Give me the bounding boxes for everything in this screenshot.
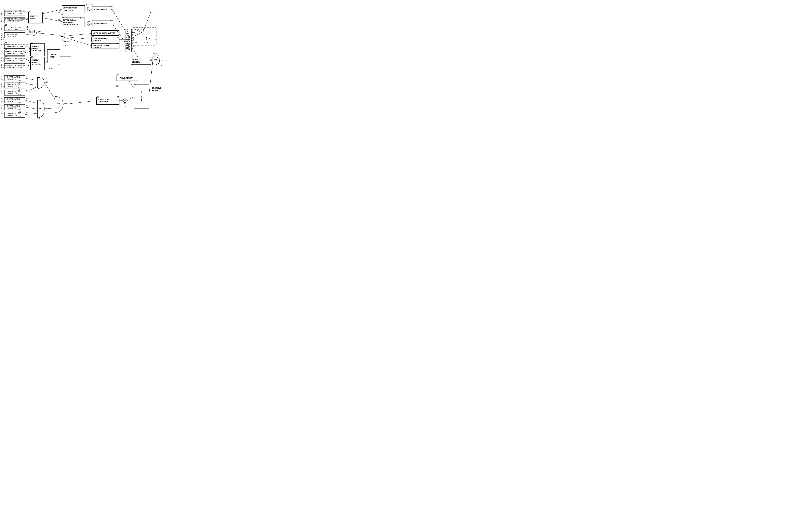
num-31: ↘31 [18, 108, 21, 110]
num-28: ↘28 [18, 94, 21, 95]
num-42: 42 [29, 11, 31, 13]
k1-label: K1 [117, 42, 119, 44]
corr-det-1-label2: DETECTOR [7, 78, 17, 80]
s6-corr-2: S₆→ [1, 86, 4, 87]
wire-ms19-comp20 [45, 60, 47, 63]
num-38: 38 [117, 74, 119, 76]
s5-label-2: S₅→ [1, 28, 4, 30]
wire-mv-moving [61, 33, 92, 36]
num-32: ↘32 [18, 116, 21, 118]
not-bubble-50 [142, 32, 143, 33]
k4-label: K4 [117, 96, 119, 98]
m2-label: M2 [26, 33, 28, 35]
comp-20-label: COMPAR- [49, 54, 57, 56]
wire-and29-and34 [45, 83, 55, 99]
label-43: 43 [60, 17, 61, 19]
wire-interp-mode [132, 47, 138, 57]
diff-abs-mid-label3: VALUE DETECTOR [63, 24, 79, 26]
num-22: 22 [92, 36, 94, 38]
pd-wire: Pd [58, 19, 60, 21]
diff-abs-6-label: DIFFERENTIAL ABSOLUTE [5, 64, 28, 66]
s3-label-2: S₃→ [1, 43, 4, 45]
s6-label-4: S₆→ [1, 57, 4, 59]
s0-corr-4: S₀→ [1, 100, 4, 102]
comb-counter [96, 97, 119, 104]
wire-and34-comb [63, 101, 96, 104]
and-33-label: AND [38, 107, 42, 109]
s1-corr-6: S₁→ [1, 115, 4, 117]
mult-46-sym: ⊗ [88, 23, 89, 24]
wire-mult-comp37 [127, 96, 134, 101]
min-sel-18-label: MINIMUM [32, 45, 39, 47]
num-15: 15 [5, 49, 7, 51]
comb-label: COMB POINT [97, 98, 109, 100]
forward-label: FORWARD POINT [93, 38, 108, 40]
and-39-label: AND [154, 59, 158, 61]
comp-42-label2: ATOR [30, 18, 35, 20]
diff-abs-det-2-label: DIFFERENTIAL ABSOLUTE [5, 18, 28, 20]
num-40: 40 [19, 9, 21, 11]
and-29-label: AND [38, 81, 42, 83]
num-25: 25 [132, 56, 134, 58]
comp-37-label: COMPARATOR [141, 91, 143, 103]
min-sel-19-label: MINIMUM [32, 59, 39, 61]
m12-wire: M12 [26, 112, 30, 114]
interp-label16: I [127, 40, 128, 42]
num-18: 18 [31, 42, 33, 44]
label-41: 41 [60, 14, 61, 16]
mv-label: Mv [38, 31, 40, 32]
num-26: M6 [18, 74, 20, 77]
jd1-label: JD1 [143, 42, 146, 44]
wire-corr5-and33 [25, 107, 37, 109]
forward-label2: COUNTER [93, 40, 102, 42]
s4-label-2: S₄→ [1, 26, 4, 28]
k6-label: K6 [80, 17, 82, 19]
corr-det-3-label2: DETECTOR [7, 93, 17, 95]
corr-det-6-label2: DETECTOR [7, 115, 17, 117]
upward-label2: COUNTER [64, 9, 73, 11]
num-24: 24 [126, 28, 128, 30]
flat-label: FLAT-PORTION [8, 26, 21, 28]
diff-abs-3-label2: VALUE DETECTOR [7, 45, 23, 48]
movement-label2: DETECTOR [7, 35, 17, 37]
num-21: 21 [92, 42, 94, 44]
k5-label: K5 [80, 5, 82, 7]
wire-ms18-comp20 [45, 50, 47, 53]
s4-label-4: S₄→ [1, 59, 4, 61]
num-45-top: 45 [91, 4, 93, 6]
wire-corr1-and29 [25, 78, 37, 80]
tv-l-label: TV : L [154, 54, 159, 56]
interp-label11: I [127, 30, 128, 32]
wire-40-42 [25, 13, 29, 15]
m6-wire: M6 [26, 75, 29, 77]
diff-abs-5-label: DIFFERENTIAL ABSOLUTE [5, 57, 28, 59]
comb-label2: COUNTER [99, 101, 108, 103]
comp-20-label2: ATOR [50, 56, 55, 58]
and-gate-29 [37, 78, 45, 88]
m8-wire: M8 [26, 90, 29, 92]
num-11b: 11 [29, 31, 31, 33]
backward-label2: COUNTER [93, 46, 102, 48]
s5-label-3: S₅→ [1, 36, 4, 38]
s3-label: S₃ [1, 32, 3, 34]
m14-label: M14 [63, 103, 67, 105]
num-10: 10 [5, 24, 7, 26]
min-sel-18-label3: SELECTOR [32, 50, 41, 52]
corr-det-4-label2: DETECTOR [7, 100, 17, 102]
min-sel-19-label3: SELECTOR [32, 63, 41, 65]
num-39: 39 [160, 64, 162, 66]
num-37: 37 [135, 84, 136, 86]
num-29: 29 [38, 88, 40, 90]
k3-label: K3 [117, 30, 119, 32]
s1-corr-5: S₁→ [1, 107, 4, 109]
s6-label-3: S₆→ [1, 38, 4, 40]
s4-label-3: S₄→ [1, 46, 4, 48]
interp-label1: I [126, 30, 127, 32]
backward-label: BACKWARD POINT [93, 44, 109, 46]
m4-label: M4 [29, 62, 32, 64]
interp-dir-label: INTERPOLATING [128, 36, 130, 50]
num-30: ↘30 [18, 101, 21, 103]
jd1-small: Jd1 [134, 42, 137, 44]
diff-abs-mid-label2: ABSOLURE [63, 22, 73, 24]
m11-wire: M11 [26, 104, 30, 107]
